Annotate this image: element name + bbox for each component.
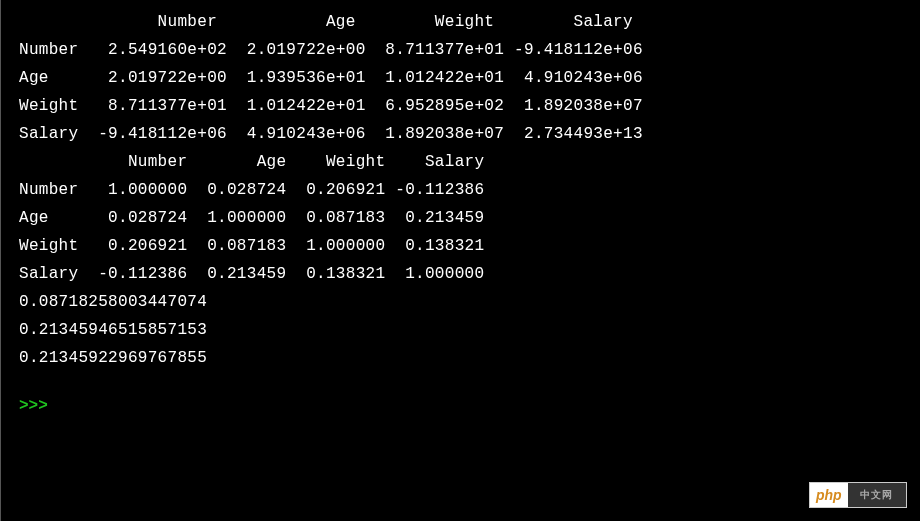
corr-row-age: Age 0.028724 1.000000 0.087183 0.213459 bbox=[19, 204, 920, 232]
corr-row-weight: Weight 0.206921 0.087183 1.000000 0.1383… bbox=[19, 232, 920, 260]
scalar-output-1: 0.08718258003447074 bbox=[19, 288, 920, 316]
cov-row-age: Age 2.019722e+00 1.939536e+01 1.012422e+… bbox=[19, 64, 920, 92]
watermark-left: php bbox=[810, 487, 848, 503]
cov-header: Number Age Weight Salary bbox=[19, 8, 920, 36]
corr-row-number: Number 1.000000 0.028724 0.206921 -0.112… bbox=[19, 176, 920, 204]
corr-row-salary: Salary -0.112386 0.213459 0.138321 1.000… bbox=[19, 260, 920, 288]
watermark-right: 中文网 bbox=[848, 483, 906, 507]
cov-row-number: Number 2.549160e+02 2.019722e+00 8.71137… bbox=[19, 36, 920, 64]
cov-row-salary: Salary -9.418112e+06 4.910243e+06 1.8920… bbox=[19, 120, 920, 148]
scalar-output-3: 0.21345922969767855 bbox=[19, 344, 920, 372]
corr-header: Number Age Weight Salary bbox=[19, 148, 920, 176]
watermark-badge: php 中文网 bbox=[810, 483, 906, 507]
scalar-output-2: 0.21345946515857153 bbox=[19, 316, 920, 344]
cov-row-weight: Weight 8.711377e+01 1.012422e+01 6.95289… bbox=[19, 92, 920, 120]
python-prompt[interactable]: >>> bbox=[19, 392, 920, 420]
